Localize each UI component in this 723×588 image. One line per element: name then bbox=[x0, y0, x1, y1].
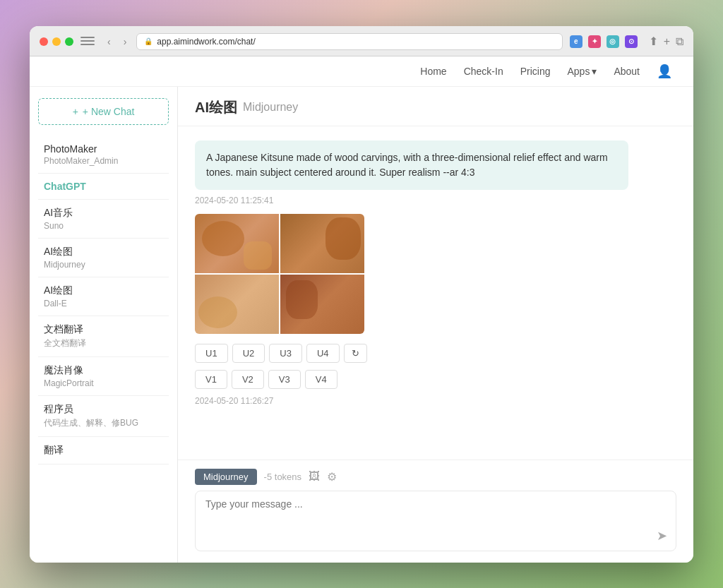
app-content: Home Check-In Pricing Apps ▾ About 👤 + +… bbox=[30, 56, 693, 563]
back-button[interactable]: ‹ bbox=[104, 35, 114, 49]
input-toolbar: Midjourney -5 tokens 🖼 ⚙ bbox=[195, 469, 676, 485]
windows-icon[interactable]: ⧉ bbox=[676, 35, 683, 48]
nav-checkin[interactable]: Check-In bbox=[464, 66, 503, 77]
v4-button[interactable]: V4 bbox=[305, 370, 337, 389]
browser-window: ‹ › 🔒 app.aimindwork.com/chat/ e ✦ ◎ ⊙ ⬆… bbox=[30, 26, 693, 563]
sidebar-item-subtitle: PhotoMaker_Admin bbox=[44, 156, 163, 166]
upscale-buttons: U1 U2 U3 U4 ↻ bbox=[195, 344, 676, 363]
sidebar-item-title: AI绘图 bbox=[44, 284, 163, 297]
image-icon[interactable]: 🖼 bbox=[309, 470, 320, 483]
sidebar-item-ai-draw-mj[interactable]: AI绘图 Midjourney bbox=[38, 239, 169, 277]
model-badge: Midjourney bbox=[195, 469, 257, 485]
sidebar-item-title: PhotoMaker bbox=[44, 143, 163, 155]
response-timestamp: 2024-05-20 11:26:27 bbox=[195, 396, 676, 406]
send-icon: ➤ bbox=[657, 529, 667, 543]
u2-button[interactable]: U2 bbox=[232, 344, 265, 363]
u1-button[interactable]: U1 bbox=[195, 344, 228, 363]
messages-container[interactable]: A Japanese Kitsune made of wood carvings… bbox=[178, 126, 693, 460]
nav-about[interactable]: About bbox=[614, 66, 640, 77]
message-timestamp: 2024-05-20 11:25:41 bbox=[195, 196, 676, 205]
edge-icon: e bbox=[570, 35, 582, 48]
traffic-lights bbox=[40, 37, 73, 46]
v2-button[interactable]: V2 bbox=[232, 370, 264, 389]
user-icon[interactable]: 👤 bbox=[657, 64, 672, 79]
token-info: -5 tokens bbox=[264, 472, 301, 482]
sidebar-item-title: 翻译 bbox=[44, 444, 163, 457]
sidebar-item-ai-music[interactable]: AI音乐 Suno bbox=[38, 200, 169, 239]
chat-header: AI绘图 Midjourney bbox=[178, 87, 693, 126]
sidebar-item-magic-portrait[interactable]: 魔法肖像 MagicPortrait bbox=[38, 357, 169, 396]
fav-icon-3: ⊙ bbox=[625, 35, 638, 48]
sidebar-item-subtitle: Suno bbox=[44, 221, 163, 231]
sidebar-item-title: AI绘图 bbox=[44, 246, 163, 258]
chat-title: AI绘图 Midjourney bbox=[195, 98, 676, 117]
user-message: A Japanese Kitsune made of wood carvings… bbox=[195, 140, 628, 190]
browser-chrome: ‹ › 🔒 app.aimindwork.com/chat/ e ✦ ◎ ⊙ ⬆… bbox=[30, 26, 693, 56]
share-icon[interactable]: ⬆ bbox=[649, 35, 658, 48]
nav-home[interactable]: Home bbox=[420, 66, 446, 77]
chevron-down-icon: ▾ bbox=[592, 66, 597, 77]
sidebar-item-translate[interactable]: 翻译 bbox=[38, 437, 169, 464]
sidebar-section-chatgpt: ChatGPT bbox=[38, 174, 169, 200]
refresh-button[interactable]: ↻ bbox=[344, 344, 367, 363]
sidebar-item-doc-translate[interactable]: 文档翻译 全文档翻译 bbox=[38, 316, 169, 357]
minimize-button[interactable] bbox=[52, 37, 61, 46]
fav-icon-1: ✦ bbox=[588, 35, 601, 48]
image-cell-2 bbox=[280, 214, 364, 273]
ai-image-grid bbox=[195, 214, 364, 334]
image-cell-1 bbox=[195, 214, 279, 273]
maximize-button[interactable] bbox=[65, 37, 73, 46]
send-button[interactable]: ➤ bbox=[657, 528, 667, 544]
sidebar-item-subtitle: 全文档翻译 bbox=[44, 337, 163, 349]
nav-apps[interactable]: Apps ▾ bbox=[567, 66, 597, 77]
v1-button[interactable]: V1 bbox=[195, 370, 227, 389]
sidebar-item-title: AI音乐 bbox=[44, 207, 163, 220]
sidebar-item-subtitle: 代码生成、解释、修BUG bbox=[44, 417, 163, 429]
chat-area: AI绘图 Midjourney A Japanese Kitsune made … bbox=[178, 87, 693, 563]
sidebar-item-subtitle: MagicPortrait bbox=[44, 378, 163, 388]
action-icons: ⬆ + ⧉ bbox=[649, 35, 683, 48]
nav-pricing[interactable]: Pricing bbox=[520, 66, 551, 77]
u4-button[interactable]: U4 bbox=[306, 344, 340, 363]
input-area: Midjourney -5 tokens 🖼 ⚙ ➤ bbox=[178, 460, 693, 563]
sidebar-item-programmer[interactable]: 程序员 代码生成、解释、修BUG bbox=[38, 396, 169, 437]
u3-button[interactable]: U3 bbox=[269, 344, 302, 363]
close-button[interactable] bbox=[40, 37, 48, 46]
fav-icon-2: ◎ bbox=[607, 35, 619, 48]
sidebar-item-ai-draw-dalle[interactable]: AI绘图 Dall-E bbox=[38, 277, 169, 316]
sidebar-toggle[interactable] bbox=[80, 37, 95, 47]
sidebar-item-photomaker[interactable]: PhotoMaker PhotoMaker_Admin bbox=[38, 136, 169, 174]
plus-icon: + bbox=[73, 106, 78, 117]
message-input-wrapper: ➤ bbox=[195, 491, 676, 551]
top-nav: Home Check-In Pricing Apps ▾ About 👤 bbox=[30, 56, 693, 87]
sidebar: + + New Chat PhotoMaker PhotoMaker_Admin… bbox=[30, 87, 178, 563]
image-cell-4 bbox=[280, 275, 364, 334]
sidebar-item-title: 文档翻译 bbox=[44, 323, 163, 336]
chat-subtitle: Midjourney bbox=[243, 101, 298, 114]
lock-icon: 🔒 bbox=[144, 37, 153, 45]
browser-icons: e ✦ ◎ ⊙ bbox=[570, 35, 638, 48]
forward-button[interactable]: › bbox=[121, 35, 130, 49]
new-chat-button[interactable]: + + New Chat bbox=[38, 98, 169, 125]
sidebar-item-subtitle: Midjourney bbox=[44, 260, 163, 270]
url-text: app.aimindwork.com/chat/ bbox=[157, 37, 255, 47]
new-tab-icon[interactable]: + bbox=[664, 35, 670, 48]
main-layout: + + New Chat PhotoMaker PhotoMaker_Admin… bbox=[30, 87, 693, 563]
message-input[interactable] bbox=[205, 498, 666, 541]
image-cell-3 bbox=[195, 275, 279, 334]
variation-buttons: V1 V2 V3 V4 bbox=[195, 370, 676, 389]
v3-button[interactable]: V3 bbox=[268, 370, 301, 389]
sidebar-item-subtitle: Dall-E bbox=[44, 299, 163, 308]
sidebar-item-title: 程序员 bbox=[44, 403, 163, 416]
sidebar-item-title: 魔法肖像 bbox=[44, 364, 163, 377]
settings-icon[interactable]: ⚙ bbox=[327, 470, 337, 484]
url-bar[interactable]: 🔒 app.aimindwork.com/chat/ bbox=[136, 33, 562, 50]
